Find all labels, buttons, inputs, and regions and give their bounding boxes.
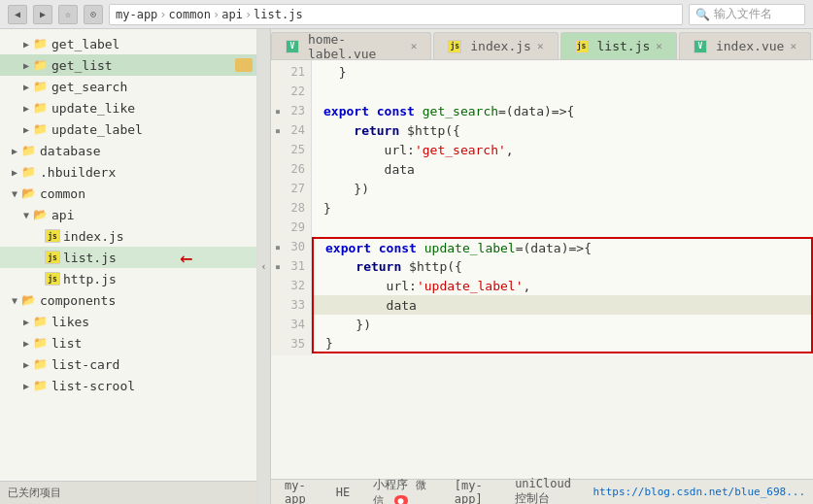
breadcrumb-part: my-app	[116, 8, 157, 21]
tree-arrow	[8, 167, 21, 178]
line-number: 32	[271, 276, 311, 295]
code-editor[interactable]: 21 22 ▪ 23 ▪ 24 25 26 27 28 29	[271, 60, 813, 355]
folder-icon	[33, 58, 49, 72]
code-line: export const update_label=(data)=>{	[312, 237, 813, 256]
fold-icon[interactable]: ▪	[275, 125, 281, 136]
tab-home-label-vue[interactable]: V home-label.vue ✕	[271, 32, 431, 59]
sidebar-item-update-label[interactable]: update_label	[0, 118, 256, 140]
item-label: index.js	[63, 229, 256, 244]
search-bar[interactable]: 🔍 输入文件名	[689, 4, 805, 25]
sidebar-item-api[interactable]: api	[0, 204, 256, 225]
tab-close-icon[interactable]: ✕	[656, 40, 662, 52]
fold-icon[interactable]: ▪	[275, 261, 281, 272]
tab-list-js[interactable]: js list.js ✕	[560, 32, 677, 59]
tree-arrow	[19, 210, 33, 220]
tab-close-icon[interactable]: ✕	[411, 40, 418, 52]
bottom-tab-myapp-bracket[interactable]: [my-app]	[449, 477, 497, 505]
sidebar-item-list-js-wrapper: js list.js ←	[0, 247, 256, 268]
line-number: 21	[271, 62, 311, 82]
folder-icon	[21, 144, 37, 157]
code-line	[312, 218, 813, 237]
js-file-icon: js	[575, 40, 589, 53]
forward-button[interactable]: ▶	[33, 5, 52, 24]
bottom-tab-he[interactable]: HE	[330, 484, 356, 501]
line-number: 25	[271, 140, 311, 159]
code-line: }	[312, 62, 813, 82]
folder-open-icon	[33, 208, 49, 221]
code-line	[312, 82, 813, 101]
editor-area: V home-label.vue ✕ js index.js ✕ js list…	[271, 29, 813, 504]
tree-arrow	[19, 82, 33, 92]
sidebar-item-list-scroll[interactable]: list-scrool	[0, 375, 256, 396]
item-label: get_label	[51, 37, 256, 51]
item-label: get_search	[51, 80, 256, 94]
tree-arrow	[8, 295, 21, 306]
sidebar-status: 已关闭项目	[0, 481, 256, 504]
csdn-link[interactable]: https://blog.csdn.net/blue_698...	[593, 486, 805, 498]
item-label: api	[51, 208, 256, 222]
folder-icon	[33, 315, 49, 328]
breadcrumb[interactable]: my-app › common › api › list.js	[109, 4, 683, 25]
sidebar-item-list-card[interactable]: list-card	[0, 353, 256, 375]
bottom-tab-uniclould[interactable]: uniCloud控制台	[509, 475, 581, 504]
tab-close-icon[interactable]: ✕	[537, 40, 544, 52]
tree-arrow	[19, 124, 33, 135]
sidebar-item-list-js[interactable]: js list.js ←	[0, 247, 256, 268]
sidebar-item-components[interactable]: components	[0, 289, 256, 311]
code-line: return $http({	[312, 120, 813, 140]
tab-close-icon[interactable]: ✕	[790, 40, 796, 52]
tab-label: list.js	[597, 39, 651, 53]
tree-arrow	[8, 188, 21, 199]
file-tree: get_label get_list get_search update_lik…	[0, 29, 256, 481]
sidebar-item-http-js[interactable]: js http.js	[0, 268, 256, 289]
sidebar-item-update-like[interactable]: update_like	[0, 97, 256, 118]
fold-icon[interactable]: ▪	[275, 242, 281, 252]
sidebar-item-index-js[interactable]: js index.js	[0, 225, 256, 247]
code-line: })	[312, 315, 813, 334]
bottom-tab-myapp[interactable]: my-app	[279, 477, 319, 505]
folder-icon	[33, 122, 49, 136]
home-button[interactable]: ⊙	[84, 5, 103, 24]
tab-index-js[interactable]: js index.js ✕	[433, 32, 558, 59]
line-number: ▪ 23	[271, 101, 311, 120]
vue-file-icon: V	[694, 40, 707, 53]
bookmark-button[interactable]: ☆	[58, 5, 78, 24]
code-line: data	[312, 295, 813, 315]
sidebar-item-get-search[interactable]: get_search	[0, 76, 256, 97]
tree-arrow	[19, 381, 33, 391]
breadcrumb-part: list.js	[254, 8, 303, 21]
code-line: url:'get_search',	[312, 140, 813, 159]
bottom-tab-miniprogram[interactable]: 小程序 微信 ●	[367, 475, 436, 505]
sidebar-collapse-button[interactable]: ‹	[257, 29, 271, 504]
sidebar-item-get-label[interactable]: get_label	[0, 33, 256, 54]
line-number: 28	[271, 198, 311, 218]
fold-icon[interactable]: ▪	[275, 106, 281, 117]
item-label: .hbuilderx	[40, 165, 256, 180]
search-icon: 🔍	[695, 8, 710, 21]
sidebar-item-likes[interactable]: likes	[0, 311, 256, 332]
line-number: 34	[271, 315, 311, 334]
sidebar-item-get-list[interactable]: get_list	[0, 54, 256, 76]
sidebar-item-common[interactable]: common	[0, 183, 256, 204]
folder-icon	[21, 165, 37, 179]
folder-icon	[33, 101, 49, 115]
js-file-icon: js	[448, 40, 461, 53]
back-button[interactable]: ◀	[8, 5, 27, 24]
sidebar-item-database[interactable]: database	[0, 140, 256, 161]
sidebar: get_label get_list get_search update_lik…	[0, 29, 257, 504]
sidebar-item-hbuilderx[interactable]: .hbuilderx	[0, 161, 256, 183]
line-number: 35	[271, 334, 311, 353]
code-line: data	[312, 159, 813, 179]
folder-icon	[33, 357, 49, 371]
tree-arrow	[19, 39, 33, 50]
red-arrow-annotation: ←	[180, 246, 192, 270]
item-label: list.js	[63, 251, 256, 265]
folder-icon	[33, 336, 49, 350]
tab-index-vue[interactable]: V index.vue ✕	[679, 32, 811, 59]
tree-arrow	[19, 338, 33, 349]
item-label: list-card	[51, 357, 256, 372]
item-label: get_list	[51, 58, 235, 73]
tabs-bar: V home-label.vue ✕ js index.js ✕ js list…	[271, 29, 813, 60]
code-content[interactable]: } export const get_search=(data)=>{ retu…	[312, 60, 813, 355]
sidebar-item-list-folder[interactable]: list	[0, 332, 256, 353]
